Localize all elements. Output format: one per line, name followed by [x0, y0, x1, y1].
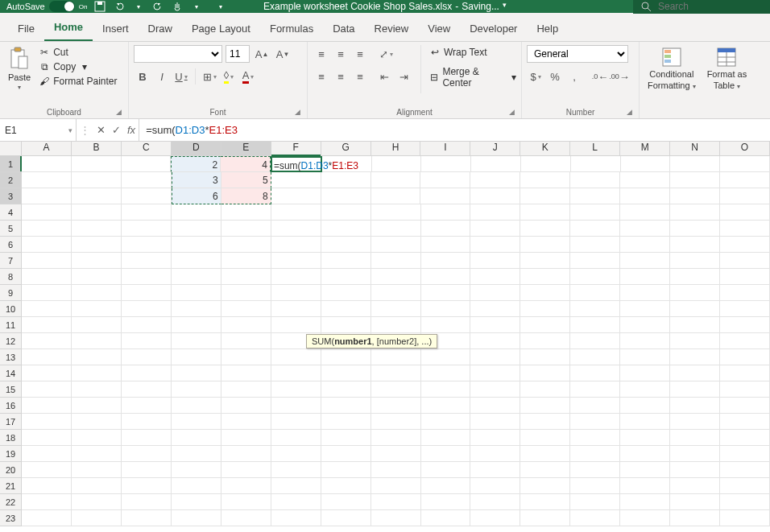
column-header-B[interactable]: B — [72, 142, 122, 155]
cell-L13[interactable] — [570, 349, 620, 365]
row-header-17[interactable]: 17 — [0, 414, 22, 430]
cell-E10[interactable] — [221, 301, 271, 317]
cell-N18[interactable] — [670, 430, 720, 446]
column-header-L[interactable]: L — [570, 142, 620, 155]
cell-K15[interactable] — [520, 381, 570, 398]
autosave-toggle[interactable]: AutoSave On — [6, 1, 87, 12]
cell-D5[interactable] — [172, 221, 221, 237]
cell-N17[interactable] — [670, 414, 720, 430]
cell-I14[interactable] — [421, 365, 471, 381]
cell-F13[interactable] — [271, 349, 321, 365]
cell-N6[interactable] — [670, 237, 720, 253]
cell-H22[interactable] — [371, 494, 421, 510]
cell-L16[interactable] — [570, 398, 620, 414]
cell-M5[interactable] — [620, 221, 670, 237]
cell-C15[interactable] — [122, 381, 172, 398]
cell-G19[interactable] — [321, 446, 371, 462]
cell-N19[interactable] — [670, 446, 720, 462]
row-header-8[interactable]: 8 — [0, 269, 22, 285]
column-header-G[interactable]: G — [321, 142, 371, 155]
cell-J6[interactable] — [470, 237, 520, 253]
cell-C17[interactable] — [122, 414, 172, 430]
formula-input[interactable]: =sum(D1:D3*E1:E3 — [139, 119, 770, 141]
cell-K7[interactable] — [520, 253, 570, 269]
column-header-O[interactable]: O — [720, 142, 770, 155]
cell-M1[interactable] — [621, 156, 671, 172]
cell-O19[interactable] — [720, 446, 770, 462]
row-header-18[interactable]: 18 — [0, 430, 22, 446]
cell-G21[interactable] — [321, 478, 371, 494]
cell-N21[interactable] — [670, 478, 720, 494]
cell-K13[interactable] — [520, 349, 570, 365]
cell-L14[interactable] — [570, 365, 620, 381]
row-header-5[interactable]: 5 — [0, 221, 22, 237]
cell-F10[interactable] — [271, 301, 321, 317]
cell-H18[interactable] — [371, 430, 421, 446]
cell-E14[interactable] — [221, 365, 271, 381]
format-as-table-button[interactable]: Format as Table ▾ — [704, 45, 751, 92]
cell-O6[interactable] — [720, 237, 770, 253]
cell-A13[interactable] — [22, 349, 72, 365]
column-header-H[interactable]: H — [371, 142, 421, 155]
cell-E20[interactable] — [221, 462, 271, 478]
cell-M12[interactable] — [620, 333, 670, 349]
cell-L4[interactable] — [570, 204, 620, 221]
align-bottom-icon[interactable]: ≡ — [351, 45, 369, 63]
cell-O14[interactable] — [720, 365, 770, 381]
fill-color-icon[interactable]: ◊▾ — [220, 68, 238, 85]
tab-file[interactable]: File — [8, 16, 44, 41]
cell-O3[interactable] — [720, 188, 770, 204]
column-header-K[interactable]: K — [520, 142, 570, 155]
cell-L11[interactable] — [570, 317, 620, 333]
row-header-3[interactable]: 3 — [0, 188, 22, 204]
cell-A7[interactable] — [22, 253, 72, 269]
tab-formulas[interactable]: Formulas — [260, 16, 323, 41]
undo-chevron-icon[interactable]: ▾ — [132, 0, 145, 13]
cell-K22[interactable] — [520, 494, 570, 510]
cell-L2[interactable] — [570, 172, 620, 188]
cell-A14[interactable] — [22, 365, 72, 381]
cell-D18[interactable] — [172, 430, 221, 446]
cell-J12[interactable] — [470, 333, 520, 349]
row-header-2[interactable]: 2 — [0, 172, 22, 188]
cell-O9[interactable] — [720, 285, 770, 301]
align-right-icon[interactable]: ≡ — [351, 68, 369, 85]
cell-D13[interactable] — [172, 349, 221, 365]
cell-N23[interactable] — [670, 510, 720, 526]
cell-J15[interactable] — [470, 381, 520, 398]
column-header-E[interactable]: E — [221, 142, 271, 155]
tab-home[interactable]: Home — [44, 14, 93, 41]
cell-G22[interactable] — [321, 494, 371, 510]
cell-G13[interactable] — [321, 349, 371, 365]
cell-F21[interactable] — [271, 478, 321, 494]
cell-D3[interactable]: 6 — [172, 188, 221, 204]
cell-E11[interactable] — [221, 317, 271, 333]
cell-K20[interactable] — [520, 462, 570, 478]
cell-D7[interactable] — [172, 253, 221, 269]
cell-J8[interactable] — [470, 269, 520, 285]
wrap-text-button[interactable]: ↩Wrap Text — [429, 45, 516, 60]
cell-F1[interactable]: =sum(D1:D3*E1:E3 — [271, 156, 322, 172]
font-name-select[interactable] — [134, 45, 222, 63]
cell-I3[interactable] — [420, 188, 470, 204]
toggle-switch-icon[interactable] — [49, 1, 75, 12]
cell-B1[interactable] — [72, 156, 122, 172]
cell-J5[interactable] — [470, 221, 520, 237]
cell-O21[interactable] — [720, 478, 770, 494]
save-icon[interactable] — [93, 0, 106, 13]
cell-H13[interactable] — [371, 349, 421, 365]
cell-I19[interactable] — [421, 446, 471, 462]
cell-I22[interactable] — [421, 494, 471, 510]
column-header-I[interactable]: I — [420, 142, 470, 155]
cell-I15[interactable] — [421, 381, 471, 398]
cell-K21[interactable] — [520, 478, 570, 494]
cell-N10[interactable] — [670, 301, 720, 317]
cell-J7[interactable] — [470, 253, 520, 269]
cell-D12[interactable] — [172, 333, 221, 349]
cell-O13[interactable] — [720, 349, 770, 365]
cell-B13[interactable] — [72, 349, 122, 365]
cell-A17[interactable] — [22, 414, 72, 430]
cell-C5[interactable] — [122, 221, 172, 237]
cell-H23[interactable] — [371, 510, 421, 526]
cell-C18[interactable] — [122, 430, 172, 446]
